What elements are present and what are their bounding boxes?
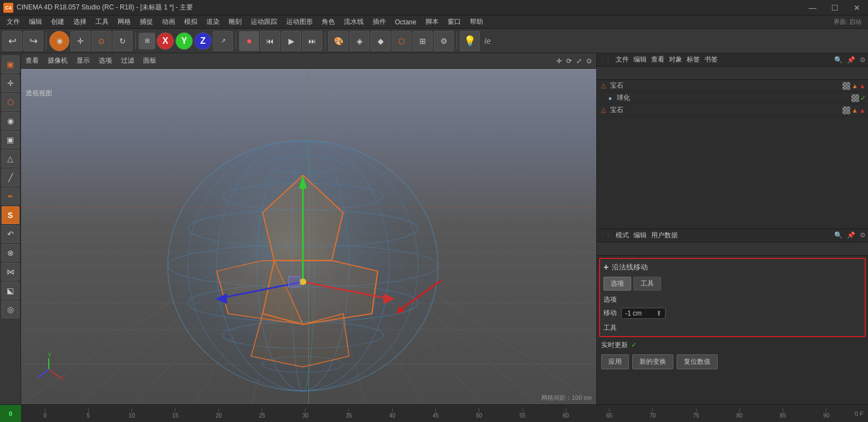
apply-button[interactable]: 应用 — [601, 354, 629, 369]
om-menu-file[interactable]: 文件 — [616, 55, 629, 64]
viewport-canvas[interactable]: 透视视图 网格间距：100 cm Y X — [21, 69, 596, 404]
tool-tab-tool[interactable]: 工具 — [633, 277, 661, 291]
texture-button[interactable]: ⬡ — [392, 31, 412, 51]
local-axis-button[interactable]: ↗ — [213, 31, 233, 51]
menu-create[interactable]: 创建 — [47, 16, 69, 28]
render-view-button[interactable]: 🎨 — [328, 31, 348, 51]
scale-button[interactable]: ⊙ — [92, 31, 111, 51]
prop-pin-icon[interactable]: 📌 — [847, 231, 855, 239]
menu-select[interactable]: 选择 — [69, 16, 91, 28]
sidebar-select-icon[interactable]: ⬡ — [2, 93, 19, 111]
prop-menu-mode[interactable]: 模式 — [616, 231, 629, 240]
om-menu-edit[interactable]: 编辑 — [633, 55, 647, 64]
solid-button[interactable]: ◆ — [370, 31, 390, 51]
play-button[interactable]: ▶ — [281, 31, 301, 51]
viewport-menu-panel[interactable]: 面板 — [143, 56, 156, 65]
close-button[interactable]: ✕ — [846, 0, 868, 16]
object-row-gem1[interactable]: △ 宝石 ▲ ▲ — [597, 80, 868, 92]
viewport-move-icon[interactable]: ✛ — [556, 57, 562, 65]
rotate-button[interactable]: ↻ — [113, 31, 133, 51]
menu-window[interactable]: 窗口 — [443, 16, 465, 28]
menu-edit[interactable]: 编辑 — [24, 16, 47, 28]
menu-pipeline[interactable]: 流水线 — [339, 16, 368, 28]
pin-icon[interactable]: 📌 — [847, 56, 855, 64]
axis-y-button[interactable]: Y — [175, 32, 193, 50]
menu-simulate[interactable]: 模拟 — [180, 16, 202, 28]
viewport-camera-icon[interactable]: ⊙ — [586, 57, 592, 65]
prop-menu-edit[interactable]: 编辑 — [633, 231, 647, 240]
grid-button[interactable]: ⊞ — [413, 31, 433, 51]
menu-script[interactable]: 脚本 — [421, 16, 443, 28]
play-back-button[interactable]: ⏮ — [260, 31, 280, 51]
menu-motion-track[interactable]: 运动跟踪 — [246, 16, 282, 28]
fast-forward-button[interactable]: ⏭ — [302, 31, 322, 51]
prop-menu-userdata[interactable]: 用户数据 — [651, 231, 678, 240]
sidebar-knife-icon[interactable]: ⊗ — [2, 244, 19, 262]
viewport-menu-view[interactable]: 查看 — [26, 56, 39, 65]
axis-x-button[interactable]: X — [156, 32, 174, 50]
maximize-button[interactable]: ☐ — [824, 0, 846, 16]
viewport-settings-button[interactable]: ⚙ — [434, 31, 454, 51]
om-settings-icon[interactable]: ⚙ — [860, 56, 866, 64]
sidebar-box-icon[interactable]: ▣ — [2, 131, 19, 149]
viewport-zoom-icon[interactable]: ⤢ — [576, 57, 582, 65]
om-menu-bookmarks[interactable]: 书签 — [704, 55, 718, 64]
sidebar-paint-icon[interactable]: ⬕ — [2, 282, 19, 299]
viewport-menu-display[interactable]: 显示 — [77, 56, 90, 65]
sidebar-plane-icon[interactable]: △ — [2, 150, 19, 167]
minimize-button[interactable]: — — [801, 0, 824, 16]
sidebar-sphere-icon[interactable]: ◉ — [2, 112, 19, 130]
menu-plugins[interactable]: 插件 — [368, 16, 390, 28]
checker-icon-2[interactable] — [851, 94, 859, 102]
viewport-orbit-icon[interactable]: ⟳ — [566, 57, 572, 65]
menu-animation[interactable]: 动画 — [158, 16, 180, 28]
undo-button[interactable]: ↩ — [2, 31, 22, 51]
redo-button[interactable]: ↪ — [23, 31, 43, 51]
viewport-menu-options[interactable]: 选项 — [99, 56, 112, 65]
timeline-ruler[interactable]: 051015202530354045505560657075808590 — [21, 408, 850, 419]
object-row-spherify[interactable]: ● 球化 ✓ — [597, 92, 868, 104]
menu-snapping[interactable]: 捕捉 — [135, 16, 158, 28]
tool-tab-options[interactable]: 选项 — [603, 277, 631, 291]
reset-button[interactable]: 复位数值 — [677, 354, 718, 369]
om-menu-objects[interactable]: 对象 — [669, 55, 682, 64]
menu-tools[interactable]: 工具 — [91, 16, 113, 28]
record-button[interactable]: ⏺ — [239, 31, 259, 51]
viewport-menu-filter[interactable]: 过滤 — [121, 56, 134, 65]
menu-render[interactable]: 道染 — [202, 16, 224, 28]
move-value-input[interactable]: -1 cm ⬆ — [621, 308, 666, 319]
realtime-check[interactable]: ✓ — [631, 341, 637, 349]
prop-settings-icon[interactable]: ⚙ — [860, 231, 866, 239]
new-transform-button[interactable]: 新的变换 — [632, 354, 673, 369]
checker-icon-1[interactable] — [842, 82, 850, 90]
axis-z-button[interactable]: Z — [194, 32, 212, 50]
move-value-stepper[interactable]: ⬆ — [656, 309, 662, 317]
sidebar-pen-icon[interactable]: ✒ — [2, 187, 19, 205]
axis-all-button[interactable]: ⊞ — [139, 33, 155, 49]
move-button[interactable]: ✛ — [70, 31, 90, 51]
viewport-menu-camera[interactable]: 摄像机 — [48, 56, 68, 65]
sidebar-arc-icon[interactable]: ↶ — [2, 225, 19, 243]
menu-mesh[interactable]: 网格 — [113, 16, 135, 28]
sidebar-line-icon[interactable]: ╱ — [2, 169, 19, 186]
menu-file[interactable]: 文件 — [2, 16, 24, 28]
checker-icon-3[interactable] — [842, 106, 850, 114]
menu-mograph[interactable]: 运动图形 — [282, 16, 317, 28]
menu-character[interactable]: 角色 — [317, 16, 339, 28]
object-row-gem2[interactable]: △ 宝石 ▲ ▲ — [597, 104, 868, 116]
om-menu-view[interactable]: 查看 — [651, 55, 664, 64]
search-icon[interactable]: 🔍 — [834, 56, 842, 64]
menu-octane[interactable]: Octane — [390, 17, 421, 27]
menu-help[interactable]: 帮助 — [465, 16, 488, 28]
sidebar-move-icon[interactable]: ✛ — [2, 74, 19, 92]
sidebar-magnet-icon[interactable]: ⋈ — [2, 263, 19, 281]
select-model-button[interactable]: ◉ — [49, 31, 69, 51]
om-menu-tags[interactable]: 标签 — [687, 55, 700, 64]
wireframe-button[interactable]: ◈ — [349, 31, 369, 51]
sidebar-cube-icon[interactable]: ▣ — [2, 55, 19, 73]
prop-search-icon[interactable]: 🔍 — [834, 231, 842, 239]
sidebar-s-icon[interactable]: S — [2, 206, 19, 224]
menu-sculpt[interactable]: 雕刻 — [224, 16, 246, 28]
light-button[interactable]: 💡 — [460, 31, 480, 51]
sidebar-sculpt2-icon[interactable]: ◎ — [2, 301, 19, 318]
